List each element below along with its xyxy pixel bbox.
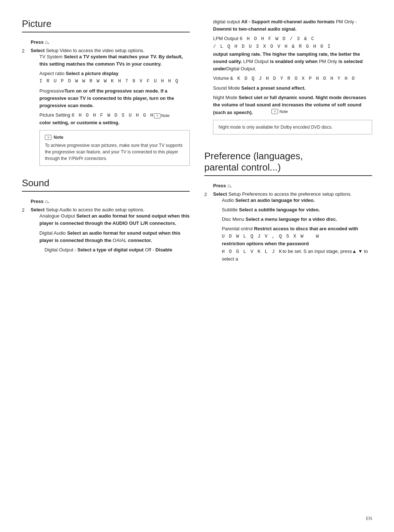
- note-icon-inline: ≡: [154, 113, 161, 118]
- volume: Volume & K D Q J H D Y R O X P H O H Y H…: [213, 75, 372, 82]
- right-column: digital output All - Support multi-chann…: [204, 15, 372, 517]
- pref-step2: 2 Select Setup Preferences to access the…: [204, 191, 372, 265]
- picture-press-line: Press ⌂.: [31, 39, 190, 45]
- picture-note-icon: ≡: [45, 135, 51, 140]
- sound-press-line: Press ⌂.: [31, 198, 190, 204]
- picture-step2-number: 2: [22, 48, 29, 54]
- sound-step2-content: Select Setup Audio to access the audio s…: [31, 207, 190, 256]
- picture-note-box: ≡ Note To achieve progressive scan pictu…: [39, 130, 190, 166]
- pref-parental: Parental ontrol Restrict access to discs…: [222, 225, 372, 263]
- note-icon-right: ≡: [271, 109, 278, 114]
- picture-press-label: Press: [31, 39, 43, 45]
- sound-press-label: Press: [31, 199, 43, 204]
- picture-note-text: To achieve progressive scan pictures, ma…: [45, 142, 184, 162]
- pref-step2-select: Select Setup Preferences to access the p…: [213, 191, 352, 197]
- pref-to-be-set: to be set. S: [283, 249, 307, 254]
- picture-aspect-ratio: Aspect ratio Select a picture display I …: [39, 70, 190, 85]
- pref-audio: Audio Select an audio language for video…: [222, 197, 372, 204]
- picture-step2: 2 Select Setup Video to access the video…: [22, 48, 190, 171]
- pref-step2-number: 2: [204, 192, 212, 197]
- pref-home-icon: ⌂: [227, 183, 230, 188]
- night-mode: Night Mode Select uiet or full dynamic s…: [213, 94, 372, 116]
- picture-note-label-text: Note: [54, 134, 63, 141]
- picture-step2-select: Select Setup Video to access the video s…: [31, 48, 144, 53]
- pref-step2-content: Select Setup Preferences to access the p…: [213, 191, 372, 265]
- night-mode-note-box: Night mode is only available for Dolby e…: [213, 120, 372, 134]
- pref-press-label: Press: [213, 183, 226, 188]
- sound-mode: Sound Mode Select a preset sound effect.: [213, 85, 372, 92]
- night-mode-note-area: ≡ Note Night mode is only available for …: [213, 120, 372, 134]
- note-inline-text: Note: [279, 109, 288, 114]
- picture-home-icon: ⌂: [45, 39, 48, 45]
- night-mode-note-text: Night mode is only available for Dolby e…: [219, 124, 367, 130]
- sound-step2-select: Select Setup Audio to access the audio s…: [31, 207, 144, 212]
- sound-step2-number: 2: [22, 207, 29, 213]
- picture-aspect-garbled: I R U P D W W R W W K H 7 9 V F U H H Q: [39, 78, 179, 84]
- sound-analogue: Analogue Output Select an audio format f…: [39, 212, 190, 227]
- left-column: Picture Press ⌂. 2 Select Setup Video to…: [22, 15, 190, 517]
- pref-subtitle: Subtitle Select a subtitle language for …: [222, 206, 372, 214]
- preference-heading: Preference (languages,parental control..…: [204, 150, 372, 176]
- pref-disc-menu: Disc Menu Select a menu language for a v…: [222, 216, 372, 223]
- footer-text: EN: [366, 516, 372, 521]
- pref-press-line: Press ⌂.: [213, 183, 372, 188]
- picture-note-label: ≡ Note: [45, 134, 184, 141]
- picture-progressive: ProgressiveTurn on or off the progressiv…: [39, 87, 190, 109]
- picture-step2-content: Select Setup Video to access the video s…: [31, 48, 190, 171]
- right-top-section: digital output All - Support multi-chann…: [204, 18, 372, 140]
- lpm-output: LPM Output 6 H O H F W D / 3 & C / L Q H…: [213, 35, 372, 73]
- digital-output-cont: digital output All - Support multi-chann…: [213, 18, 372, 33]
- sound-step2: 2 Select Setup Audio to access the audio…: [22, 207, 190, 256]
- sound-heading: Sound: [22, 177, 190, 192]
- picture-setting: Picture Setting 6 H O H F W D S U H G H≡…: [39, 112, 190, 126]
- picture-heading: Picture: [22, 18, 190, 32]
- note-inline-indicator: ≡ Note: [271, 109, 288, 114]
- picture-tv-system: TV System Select a TV system that matche…: [39, 53, 190, 68]
- sound-digital-output: Digital Output - Select a type of digita…: [39, 246, 190, 254]
- sound-digital-audio: Digital Audio Select an audio format for…: [39, 230, 190, 244]
- sound-home-icon: ⌂: [45, 198, 48, 204]
- footer: EN: [366, 516, 372, 521]
